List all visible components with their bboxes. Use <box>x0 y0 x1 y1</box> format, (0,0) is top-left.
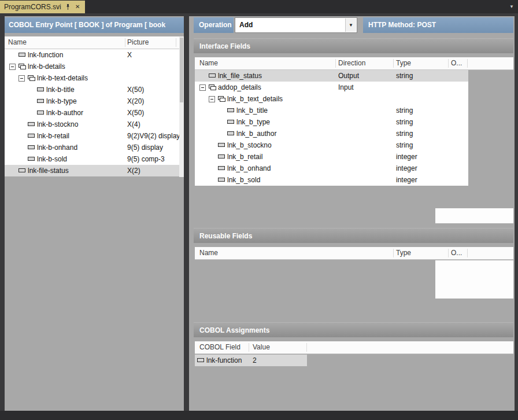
row-lnk-function[interactable]: lnk-function X <box>5 49 179 61</box>
pin-icon[interactable] <box>65 3 71 10</box>
left-grid-header: Name Picture <box>5 36 179 49</box>
chevron-down-icon[interactable]: ▼ <box>345 19 356 32</box>
row-picture: X(50) <box>127 107 144 119</box>
row-type: string <box>396 128 413 139</box>
column-separator[interactable] <box>467 249 468 257</box>
row-picture: X(50) <box>127 84 144 95</box>
cobol-entry-tree: Name Picture lnk-function X lnk-b-detail… <box>5 36 179 176</box>
column-header-type[interactable]: Type <box>396 247 411 259</box>
row-lnk-file-status[interactable]: lnk-file-status X(2) <box>5 165 179 176</box>
row-addop_details[interactable]: addop_details Input <box>195 82 468 93</box>
row-lnk_b_retail[interactable]: lnk_b_retail integer <box>195 151 468 163</box>
row-picture: X(20) <box>127 95 144 107</box>
row-name: lnk_file_status <box>218 72 262 80</box>
row-lnk-function-assignment[interactable]: lnk-function 2 <box>195 355 307 366</box>
interface-grid-header: Name Direction Type O... <box>195 57 513 70</box>
row-name: lnk_b_title <box>236 106 268 115</box>
column-header-name[interactable]: Name <box>8 36 27 49</box>
row-lnk_b_stockno[interactable]: lnk_b_stockno string <box>195 139 468 151</box>
row-lnk-b-onhand[interactable]: lnk-b-onhand 9(5) display <box>5 142 179 153</box>
column-header-picture[interactable]: Picture <box>127 36 149 49</box>
row-type: integer <box>396 163 417 174</box>
http-method-label: HTTP Method: POST <box>363 17 513 33</box>
close-icon[interactable]: ✕ <box>75 3 81 10</box>
row-name: lnk_b_stockno <box>227 141 272 149</box>
column-separator[interactable] <box>335 59 336 68</box>
row-picture: X(2) <box>127 165 140 176</box>
row-lnk-b-title[interactable]: lnk-b-title X(50) <box>5 84 179 95</box>
field-icon <box>18 53 28 57</box>
column-header-direction[interactable]: Direction <box>338 57 365 69</box>
operation-select[interactable]: Add ▼ <box>235 17 357 33</box>
field-icon <box>28 145 37 150</box>
field-icon <box>227 108 236 113</box>
field-icon <box>18 168 28 173</box>
row-direction: Input <box>338 82 354 93</box>
row-name: lnk-b-stockno <box>37 120 78 128</box>
row-lnk-b-retail[interactable]: lnk-b-retail 9(2)V9(2) display <box>5 130 179 142</box>
row-lnk_file_status[interactable]: lnk_file_status Output string <box>195 70 468 82</box>
column-header-options[interactable]: O... <box>451 57 462 69</box>
row-lnk_b_author[interactable]: lnk_b_author string <box>195 128 468 139</box>
row-name: lnk-b-onhand <box>37 143 77 152</box>
row-name: lnk_b_author <box>236 130 276 138</box>
column-header-name[interactable]: Name <box>199 57 218 69</box>
row-name: lnk_b_type <box>236 118 270 126</box>
vertical-scrollbar[interactable] <box>179 36 184 177</box>
tab-title: ProgramCORS.svi <box>4 3 61 11</box>
column-separator[interactable] <box>176 38 176 47</box>
row-lnk_b_onhand[interactable]: lnk_b_onhand integer <box>195 163 468 174</box>
column-header-type[interactable]: Type <box>396 57 411 69</box>
column-separator[interactable] <box>467 59 468 68</box>
row-lnk_b_type[interactable]: lnk_b_type string <box>195 116 468 128</box>
row-lnk-b-author[interactable]: lnk-b-author X(50) <box>5 107 179 119</box>
empty-area <box>435 208 513 223</box>
column-header-value[interactable]: Value <box>253 341 270 353</box>
row-name: addop_details <box>218 83 261 91</box>
row-type: integer <box>396 151 417 163</box>
tab-list-dropdown-icon[interactable]: ▼ <box>509 4 514 9</box>
row-name: lnk_b_sold <box>227 176 260 184</box>
row-lnk-b-details[interactable]: lnk-b-details <box>5 61 179 72</box>
column-header-name[interactable]: Name <box>199 247 218 259</box>
row-lnk-b-text-details[interactable]: lnk-b-text-details <box>5 72 179 84</box>
field-icon <box>37 99 46 104</box>
row-lnk-b-stockno[interactable]: lnk-b-stockno X(4) <box>5 119 179 130</box>
row-name: lnk-b-sold <box>37 155 67 163</box>
collapse-icon[interactable] <box>209 96 218 102</box>
column-separator[interactable] <box>249 343 249 352</box>
column-header-options[interactable]: O... <box>451 247 462 259</box>
row-name: lnk-b-text-details <box>37 74 88 82</box>
tab-programcors[interactable]: ProgramCORS.svi ✕ <box>0 1 85 13</box>
row-name: lnk-b-title <box>46 86 75 94</box>
column-separator[interactable] <box>306 343 307 352</box>
column-separator[interactable] <box>125 38 125 47</box>
row-lnk_b_sold[interactable]: lnk_b_sold integer <box>195 174 468 186</box>
column-separator[interactable] <box>448 59 449 68</box>
row-lnk-b-sold[interactable]: lnk-b-sold 9(5) comp-3 <box>5 153 179 165</box>
cobol-assignments-header: COBOL Assignments <box>194 322 513 337</box>
operation-label: Operation <box>194 17 234 33</box>
field-icon <box>218 178 227 182</box>
struct-icon <box>209 84 218 91</box>
row-name: lnk-b-details <box>28 62 65 71</box>
row-lnk_b_text_details[interactable]: lnk_b_text_details <box>195 93 468 105</box>
reusable-grid-header: Name Type O... <box>195 247 513 260</box>
cobol-entry-point-panel: COBOL Entry Point [ BOOK ] of Program [ … <box>5 16 184 411</box>
row-lnk-b-type[interactable]: lnk-b-type X(20) <box>5 95 179 107</box>
collapse-icon[interactable] <box>199 84 209 91</box>
row-direction: Output <box>338 70 359 82</box>
row-lnk_b_title[interactable]: lnk_b_title string <box>195 105 468 116</box>
column-separator[interactable] <box>393 249 394 257</box>
column-separator[interactable] <box>448 249 449 257</box>
row-type: string <box>396 70 413 82</box>
collapse-icon[interactable] <box>9 64 18 70</box>
column-separator[interactable] <box>393 59 394 68</box>
field-icon <box>227 120 236 124</box>
column-header-cobol-field[interactable]: COBOL Field <box>199 341 240 353</box>
row-picture: 9(2)V9(2) display <box>127 130 180 142</box>
scrollbar-thumb[interactable] <box>180 38 183 102</box>
row-name: lnk-function <box>28 51 63 59</box>
collapse-icon[interactable] <box>18 75 28 82</box>
row-name: lnk_b_onhand <box>227 164 271 172</box>
